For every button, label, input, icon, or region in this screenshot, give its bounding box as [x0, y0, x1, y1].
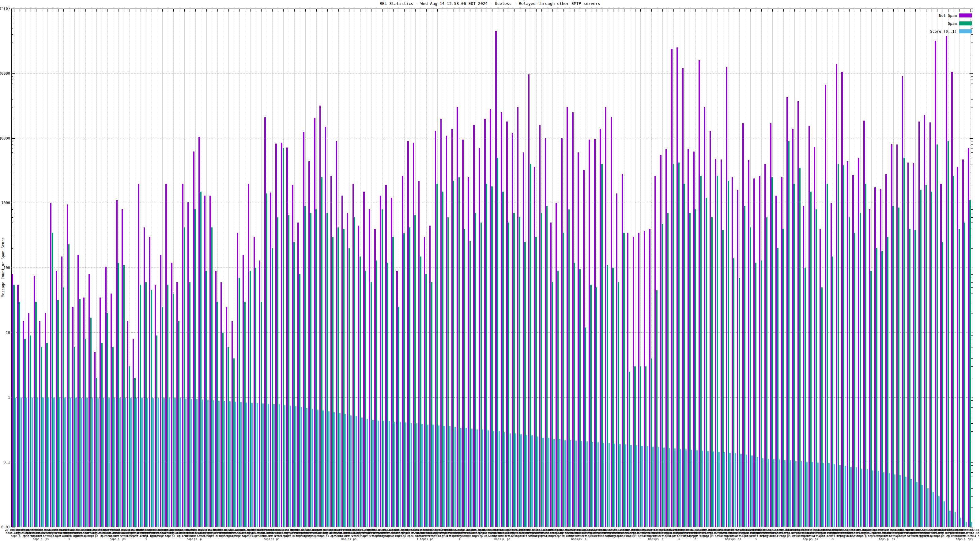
bar-score: [92, 398, 94, 527]
bar-not-spam: [764, 164, 766, 527]
y-minor-tick-right: [971, 88, 973, 88]
bar-not-spam: [902, 76, 904, 527]
bar-score: [449, 426, 450, 527]
x-tick-top: [816, 9, 817, 12]
bar-not-spam: [797, 101, 799, 527]
bar-not-spam: [385, 185, 387, 527]
bar-score: [663, 448, 665, 527]
bar-spam: [497, 158, 498, 527]
x-tick-top: [151, 9, 152, 12]
x-tick-top: [729, 9, 729, 12]
bar-not-spam: [111, 294, 112, 527]
x-tick-top: [344, 9, 344, 12]
x-tick-top: [767, 9, 767, 12]
bar-score: [488, 430, 489, 527]
bar-not-spam: [72, 307, 73, 527]
y-minor-tick-right: [971, 282, 973, 283]
bar-spam: [728, 181, 729, 527]
y-minor-tick-right: [971, 407, 973, 408]
bar-spam: [612, 268, 614, 527]
x-tick-top: [421, 9, 421, 12]
bar-score: [669, 448, 670, 527]
bar-score: [147, 398, 148, 527]
bar-spam: [689, 213, 690, 527]
score-swatch: [959, 29, 972, 33]
x-tick-top: [756, 9, 756, 12]
x-tick-top: [597, 9, 597, 12]
bar-spam: [761, 260, 762, 527]
y-minor-tick-right: [971, 76, 973, 76]
bar-spam: [321, 177, 323, 527]
bar-score: [141, 398, 143, 527]
bar-score: [652, 446, 654, 527]
bar-not-spam: [193, 151, 194, 527]
bar-spam: [601, 164, 603, 527]
x-tick-top: [706, 9, 707, 12]
y-minor-tick-right: [971, 99, 973, 100]
y-minor-tick-left: [12, 84, 13, 84]
bar-score: [21, 398, 22, 527]
y-minor-tick-right: [971, 93, 973, 93]
x-tick-top: [278, 9, 278, 12]
y-minor-tick-left: [12, 213, 13, 213]
bar-not-spam: [331, 176, 332, 527]
x-tick-top: [739, 9, 740, 12]
bar-not-spam: [918, 122, 920, 527]
bar-score: [411, 423, 412, 527]
x-tick-top: [498, 9, 498, 12]
y-major-tick-left: [12, 527, 15, 527]
bar-spam: [953, 176, 955, 527]
bar-score: [169, 398, 170, 527]
bar-not-spam: [732, 177, 733, 527]
bar-not-spam: [45, 313, 46, 527]
bar-not-spam: [929, 122, 931, 527]
y-minor-tick-right: [971, 28, 973, 29]
x-tick-top: [849, 9, 850, 12]
x-tick-top: [91, 9, 91, 12]
bar-not-spam: [847, 161, 848, 527]
bar-not-spam: [638, 233, 640, 527]
x-tick-top: [201, 9, 201, 12]
bar-score: [493, 431, 495, 527]
spam-swatch: [959, 21, 972, 25]
bar-spam: [436, 184, 438, 527]
bar-spam: [431, 282, 433, 527]
bar-not-spam: [589, 140, 590, 527]
bar-not-spam: [94, 352, 95, 527]
y-minor-tick-left: [12, 79, 13, 80]
bar-spam: [629, 372, 630, 527]
x-tick-top: [657, 9, 657, 12]
y-tick-label: 1x10^{6}: [0, 6, 10, 11]
bar-not-spam: [369, 210, 370, 527]
bar-score: [499, 431, 500, 527]
bar-not-spam: [874, 187, 876, 527]
bar-score: [427, 425, 428, 527]
bar-not-spam: [133, 339, 134, 527]
bar-not-spam: [775, 195, 777, 527]
bar-spam: [19, 302, 20, 527]
bar-not-spam: [748, 160, 749, 527]
bar-not-spam: [182, 184, 183, 527]
bar-not-spam: [391, 198, 392, 527]
x-tick-top: [377, 9, 377, 12]
bar-score: [477, 429, 478, 527]
bar-spam: [63, 287, 64, 527]
bar-spam: [283, 148, 284, 527]
chart-title: RBL Statistics - Wed Aug 14 12:58:06 EDT…: [0, 1, 980, 6]
y-minor-tick-right: [971, 347, 973, 348]
y-major-tick-right: [970, 527, 973, 527]
bar-score: [559, 439, 560, 527]
bar-spam: [403, 233, 405, 527]
bar-score: [202, 400, 204, 527]
bar-not-spam: [138, 184, 140, 527]
x-tick-top: [630, 9, 630, 12]
x-tick-top: [871, 9, 872, 12]
bar-score: [762, 458, 764, 527]
bar-not-spam: [721, 159, 722, 527]
bar-not-spam: [676, 48, 678, 527]
y-minor-tick-right: [971, 34, 973, 35]
bar-score: [548, 438, 549, 527]
bar-score: [130, 398, 132, 527]
x-tick-top: [646, 9, 646, 12]
bar-spam: [90, 318, 92, 527]
